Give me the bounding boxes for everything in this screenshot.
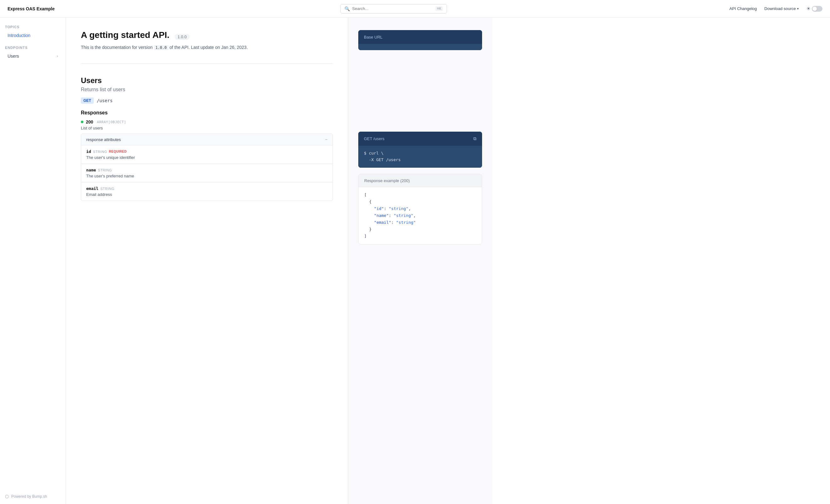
intro-right: Base URL [358, 30, 482, 50]
app-title: Express OAS Example [7, 6, 58, 11]
curl-code: $ curl \ -X GET /users [364, 150, 476, 163]
response-example-code: [ { "id": "string", "name": "string", "e… [364, 191, 476, 240]
intro-desc-version: 1.0.0 [154, 45, 168, 50]
json-key-name: "name" [364, 213, 389, 218]
search-input[interactable] [352, 6, 433, 11]
attr-name-email: email [86, 186, 98, 191]
api-changelog-link[interactable]: API Changelog [729, 6, 757, 11]
search-icon: 🔍 [345, 6, 350, 11]
right-panel: Base URL GET /users ⧉ $ curl \ -X GET /u… [348, 18, 492, 504]
sidebar-footer: ⬡ Powered by Bump.sh [0, 494, 66, 499]
response-example-body: [ { "id": "string", "name": "string", "e… [359, 187, 482, 245]
json-bracket-open: [ { [364, 192, 372, 204]
download-source-button[interactable]: Download source ▾ [765, 6, 799, 11]
curl-box: GET /users ⧉ $ curl \ -X GET /users [358, 132, 482, 168]
introduction-section: A getting started API. 1.0.0 This is the… [81, 30, 333, 64]
bump-icon: ⬡ [5, 494, 9, 499]
response-200-desc: List of users [81, 126, 333, 130]
json-key-id: "id" [364, 206, 384, 211]
attr-name-name: name [86, 168, 96, 172]
attr-name-row-name: name STRING [86, 168, 327, 172]
toggle-switch[interactable] [812, 6, 823, 11]
theme-toggle[interactable]: ☀ [806, 6, 823, 11]
attr-header-label: response attributes [86, 137, 121, 142]
toggle-knob [812, 7, 817, 11]
attr-name-row-email: email STRING [86, 186, 327, 191]
json-key-email: "email" [364, 220, 391, 225]
chevron-right-icon: › [57, 54, 58, 58]
attr-name-id: id [86, 149, 91, 154]
base-url-header: Base URL [358, 30, 482, 44]
attr-desc-email: Email address [86, 192, 327, 197]
method-badge: GET [81, 97, 94, 104]
powered-by-label: Powered by Bump.sh [11, 494, 47, 499]
json-val-email: "string" [396, 220, 416, 225]
curl-box-body: $ curl \ -X GET /users [358, 146, 482, 168]
topics-label: TOPICS [5, 25, 61, 29]
intro-title-row: A getting started API. 1.0.0 [81, 30, 333, 40]
attr-name-row-id: id STRING REQUIRED [86, 149, 327, 154]
users-title: Users [81, 76, 333, 85]
users-subtitle: Returns list of users [81, 87, 333, 92]
copy-icon[interactable]: ⧉ [473, 136, 476, 141]
json-val-id: "string" [389, 206, 408, 211]
app-layout: Express OAS Example 🔍 ⌘K API Changelog D… [0, 0, 830, 504]
sun-icon: ☀ [806, 6, 810, 11]
response-200-code: 200 [86, 119, 93, 124]
sidebar: TOPICS Introduction ENDPOINTS Users › ⬡ … [0, 18, 66, 504]
curl-title: GET /users [364, 136, 385, 141]
response-200-row: 200 ARRAY[OBJECT] [81, 119, 333, 124]
attr-desc-id: The user's unique identifier [86, 155, 327, 160]
response-200-type: ARRAY[OBJECT] [97, 120, 126, 124]
content-area: A getting started API. 1.0.0 This is the… [66, 18, 348, 504]
response-dot [81, 121, 84, 123]
attr-desc-name: The user's preferred name [86, 174, 327, 178]
endpoints-label: ENDPOINTS [5, 46, 61, 50]
curl-box-header: GET /users ⧉ [358, 132, 482, 146]
sidebar-item-intro-label: Introduction [7, 33, 30, 38]
attr-required-id: REQUIRED [109, 150, 127, 153]
sidebar-item-introduction[interactable]: Introduction [5, 31, 61, 39]
response-example-header: Response example (200) [359, 174, 482, 187]
chevron-down-icon: ▾ [797, 7, 799, 10]
method-row: GET /users [81, 97, 333, 104]
attr-type-name: STRING [98, 168, 112, 172]
responses-title: Responses [81, 110, 333, 116]
download-source-label: Download source [765, 6, 796, 11]
top-bar-right: API Changelog Download source ▾ ☀ [729, 6, 823, 11]
base-url-box: Base URL [358, 30, 482, 50]
attr-header-row[interactable]: response attributes − [81, 134, 332, 146]
base-url-body [358, 44, 482, 50]
users-section: Users Returns list of users GET /users R… [81, 76, 333, 218]
sidebar-item-users-label: Users [7, 54, 19, 59]
top-bar: Express OAS Example 🔍 ⌘K API Changelog D… [0, 0, 830, 18]
intro-desc-prefix: This is the documentation for version [81, 45, 154, 50]
attributes-table: response attributes − id STRING REQUIRED… [81, 133, 333, 201]
search-bar[interactable]: 🔍 ⌘K [341, 4, 447, 13]
json-val-name: "string" [394, 213, 413, 218]
search-shortcut: ⌘K [435, 6, 443, 11]
base-url-title: Base URL [364, 35, 382, 39]
attr-type-id: STRING [93, 150, 107, 154]
intro-desc-suffix: of the API. Last update on Jan 26, 2023. [168, 45, 248, 50]
intro-title: A getting started API. [81, 30, 169, 40]
method-path: /users [97, 98, 113, 103]
response-example-box: Response example (200) [ { "id": "string… [358, 174, 482, 245]
version-badge: 1.0.0 [174, 34, 190, 40]
attr-row-name: name STRING The user's preferred name [81, 164, 332, 182]
collapse-icon: − [325, 137, 327, 142]
attr-row-id: id STRING REQUIRED The user's unique ide… [81, 146, 332, 164]
sidebar-item-users[interactable]: Users › [5, 52, 61, 60]
main-layout: TOPICS Introduction ENDPOINTS Users › ⬡ … [0, 18, 830, 504]
intro-desc: This is the documentation for version 1.… [81, 44, 333, 51]
attr-type-email: STRING [100, 187, 115, 191]
attr-row-email: email STRING Email address [81, 182, 332, 200]
response-example-title: Response example (200) [364, 178, 410, 183]
